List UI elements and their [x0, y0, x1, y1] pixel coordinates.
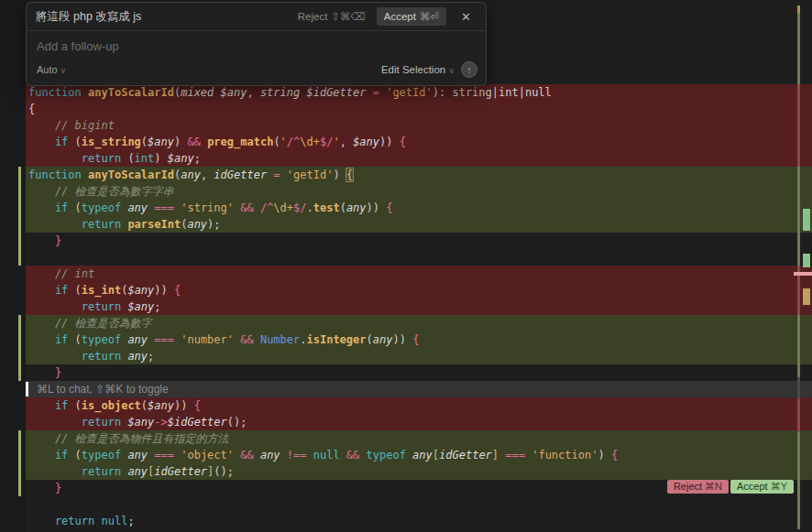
submit-button[interactable]: ↑ — [461, 61, 477, 78]
followup-input[interactable]: Add a follow-up — [37, 39, 476, 53]
code-line[interactable]: { — [26, 101, 812, 117]
gutter-added-bar — [18, 430, 21, 496]
ruler-mark — [803, 254, 810, 267]
overview-ruler-segment[interactable] — [797, 84, 800, 167]
code-line[interactable]: function anyToScalarId(mixed $any, strin… — [26, 84, 812, 101]
code-line[interactable]: return parseInt(any); — [26, 216, 812, 233]
overview-ruler-segment[interactable] — [797, 167, 800, 266]
code-line[interactable]: // int — [26, 266, 812, 282]
accept-shortcut: ⌘⏎ — [420, 11, 439, 22]
code-line[interactable] — [26, 249, 812, 266]
reject-button[interactable]: Reject⇧⌘⌫ — [294, 8, 369, 25]
code-line[interactable]: return $any->$idGetter(); — [26, 414, 812, 430]
ruler-mark — [803, 288, 810, 305]
overview-ruler-segment[interactable] — [797, 432, 800, 529]
code-line[interactable] — [26, 496, 812, 513]
diff-code-area[interactable]: function anyToScalarId(mixed $any, strin… — [26, 84, 812, 529]
reject-shortcut: ⇧⌘⌫ — [331, 11, 365, 22]
code-line[interactable]: function anyToScalarId(any, idGetter = '… — [26, 167, 812, 183]
code-line[interactable]: // 檢查是否為數字字串 — [26, 183, 812, 200]
overview-ruler-segment[interactable] — [797, 399, 800, 432]
code-line[interactable]: // 檢查是否為物件且有指定的方法 — [26, 430, 812, 447]
panel-title: 將這段 php 改寫成 js — [36, 9, 294, 25]
code-line[interactable]: if (typeof any === 'number' && Number.is… — [26, 331, 812, 348]
code-line[interactable]: if (typeof any === 'object' && any !== n… — [26, 447, 812, 463]
gutter-added-bar — [18, 167, 21, 266]
code-editor[interactable]: function anyToScalarId(mixed $any, strin… — [0, 0, 812, 532]
code-line[interactable]: } — [26, 364, 812, 381]
mode-selector[interactable]: Auto ∨ — [37, 64, 66, 75]
edit-selection-dropdown[interactable]: Edit Selection ∨ — [381, 64, 455, 75]
chevron-down-icon: ∨ — [60, 66, 67, 75]
overview-ruler-segment[interactable] — [797, 377, 800, 399]
inline-edit-panel: 將這段 php 改寫成 js Reject⇧⌘⌫ Accept⌘⏎ ✕ Add … — [26, 2, 487, 86]
chevron-down-icon: ∨ — [448, 66, 455, 75]
diff-action-chips: Reject⌘N Accept⌘Y — [667, 480, 794, 494]
ruler-mark — [794, 272, 812, 276]
code-line[interactable]: if (is_string($any) && preg_match('/^\d+… — [26, 134, 812, 150]
overview-ruler-segment[interactable] — [797, 5, 800, 13]
overview-ruler-segment[interactable] — [797, 13, 800, 84]
panel-header: 將這段 php 改寫成 js Reject⇧⌘⌫ Accept⌘⏎ ✕ — [27, 3, 486, 31]
code-line[interactable]: // 檢查是否為數字 — [26, 315, 812, 331]
overview-ruler-segment[interactable] — [797, 315, 800, 377]
code-line[interactable]: return (int) $any; — [26, 150, 812, 167]
diff-accept-button[interactable]: Accept⌘Y — [730, 480, 794, 494]
code-line[interactable]: // bigint — [26, 117, 812, 134]
code-line[interactable]: return null; — [26, 513, 812, 529]
inline-hint: ⌘L to chat, ⇧⌘K to toggle — [28, 383, 169, 396]
code-line[interactable]: return any; — [26, 348, 812, 364]
gutter-added-bar — [18, 315, 21, 381]
ruler-mark — [803, 209, 810, 231]
arrow-up-icon: ↑ — [466, 64, 472, 75]
accept-button[interactable]: Accept⌘⏎ — [377, 7, 446, 26]
code-line[interactable]: if (is_int($any)) { — [26, 282, 812, 299]
code-line[interactable]: } — [26, 233, 812, 249]
inline-hint-line[interactable]: ⌘L to chat, ⇧⌘K to toggle — [26, 381, 812, 397]
gutter — [0, 0, 26, 532]
close-icon[interactable]: ✕ — [455, 9, 477, 25]
code-line[interactable]: if (is_object($any)) { — [26, 397, 812, 414]
code-line[interactable]: return any[idGetter](); — [26, 463, 812, 480]
cursor-caret — [26, 382, 28, 396]
code-line[interactable]: if (typeof any === 'string' && /^\d+$/.t… — [26, 200, 812, 216]
diff-reject-button[interactable]: Reject⌘N — [667, 480, 729, 494]
code-line[interactable]: return $any; — [26, 299, 812, 315]
